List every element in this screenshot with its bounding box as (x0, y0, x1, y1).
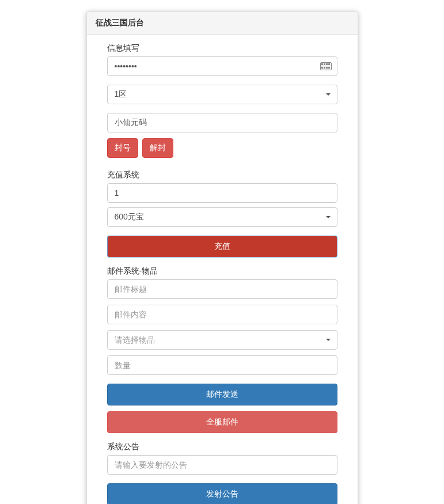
notice-input[interactable] (107, 455, 337, 475)
mail-send-button[interactable]: 邮件发送 (107, 384, 337, 406)
nickname-input[interactable] (107, 113, 337, 132)
recharge-option-select[interactable] (107, 207, 337, 227)
mail-all-button[interactable]: 全服邮件 (107, 411, 337, 433)
ban-button[interactable]: 封号 (107, 138, 138, 158)
panel-body: 信息填写 封号 解封 (87, 35, 358, 504)
zone-select[interactable] (107, 85, 337, 104)
panel-title: 征战三国后台 (87, 12, 358, 35)
mail-item-select[interactable] (107, 330, 337, 350)
admin-panel: 征战三国后台 信息填写 (86, 12, 358, 504)
mail-label: 邮件系统-物品 (107, 266, 337, 276)
unban-button[interactable]: 解封 (142, 138, 173, 158)
info-label: 信息填写 (107, 43, 337, 54)
notice-label: 系统公告 (107, 442, 337, 452)
mail-title-input[interactable] (107, 279, 337, 299)
recharge-button[interactable]: 充值 (107, 236, 337, 257)
mail-qty-input[interactable] (107, 355, 337, 375)
keyboard-icon (320, 62, 332, 70)
notice-send-button[interactable]: 发射公告 (107, 483, 337, 504)
recharge-qty-input[interactable] (107, 183, 337, 203)
mail-content-input[interactable] (107, 305, 337, 324)
password-input[interactable] (107, 56, 337, 76)
recharge-label: 充值系统 (107, 170, 337, 180)
